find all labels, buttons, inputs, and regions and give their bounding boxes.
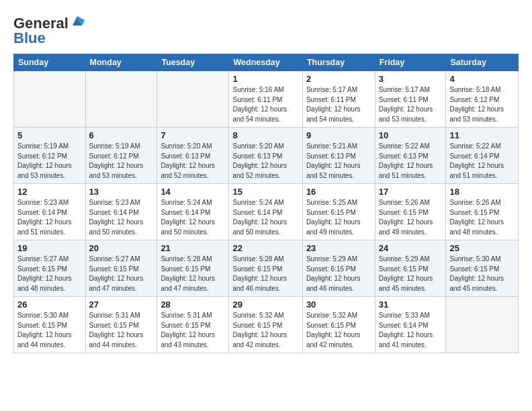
day-number: 17	[379, 187, 443, 197]
calendar-cell: 5Sunrise: 5:19 AMSunset: 6:12 PMDaylight…	[14, 128, 86, 184]
day-info: Sunrise: 5:19 AMSunset: 6:12 PMDaylight:…	[89, 142, 154, 181]
day-number: 29	[232, 300, 298, 310]
day-info: Sunrise: 5:23 AMSunset: 6:14 PMDaylight:…	[17, 198, 82, 237]
day-number: 21	[161, 243, 225, 253]
calendar-cell	[446, 297, 519, 353]
day-number: 23	[306, 243, 371, 253]
day-number: 11	[449, 130, 515, 140]
day-info: Sunrise: 5:29 AMSunset: 6:15 PMDaylight:…	[379, 255, 443, 293]
day-info: Sunrise: 5:28 AMSunset: 6:15 PMDaylight:…	[161, 255, 225, 293]
calendar-cell: 24Sunrise: 5:29 AMSunset: 6:15 PMDayligh…	[375, 240, 446, 297]
day-info: Sunrise: 5:30 AMSunset: 6:15 PMDaylight:…	[449, 255, 515, 293]
col-header-wednesday: Wednesday	[229, 54, 302, 71]
day-number: 19	[17, 243, 82, 253]
day-number: 10	[379, 130, 443, 140]
day-number: 27	[89, 300, 154, 310]
day-number: 22	[232, 243, 298, 253]
col-header-tuesday: Tuesday	[157, 54, 229, 71]
day-info: Sunrise: 5:16 AMSunset: 6:11 PMDaylight:…	[232, 85, 298, 124]
col-header-sunday: Sunday	[14, 54, 86, 71]
calendar-cell: 26Sunrise: 5:30 AMSunset: 6:15 PMDayligh…	[14, 297, 86, 353]
day-info: Sunrise: 5:17 AMSunset: 6:11 PMDaylight:…	[306, 85, 371, 124]
calendar-cell: 19Sunrise: 5:27 AMSunset: 6:15 PMDayligh…	[14, 240, 86, 297]
day-number: 26	[17, 300, 82, 310]
day-number: 31	[379, 300, 443, 310]
calendar-cell: 17Sunrise: 5:26 AMSunset: 6:15 PMDayligh…	[375, 184, 446, 240]
day-info: Sunrise: 5:33 AMSunset: 6:14 PMDaylight:…	[379, 311, 443, 350]
calendar-cell: 29Sunrise: 5:32 AMSunset: 6:15 PMDayligh…	[229, 297, 302, 353]
calendar-cell: 28Sunrise: 5:31 AMSunset: 6:15 PMDayligh…	[157, 297, 229, 353]
calendar-cell	[14, 71, 86, 128]
day-number: 13	[89, 187, 154, 197]
header: General Blue	[13, 12, 519, 47]
day-info: Sunrise: 5:26 AMSunset: 6:15 PMDaylight:…	[379, 198, 443, 237]
week-row-4: 19Sunrise: 5:27 AMSunset: 6:15 PMDayligh…	[14, 240, 519, 297]
day-info: Sunrise: 5:32 AMSunset: 6:15 PMDaylight:…	[306, 311, 371, 350]
calendar-cell: 2Sunrise: 5:17 AMSunset: 6:11 PMDaylight…	[302, 71, 375, 128]
day-info: Sunrise: 5:31 AMSunset: 6:15 PMDaylight:…	[161, 311, 225, 350]
day-info: Sunrise: 5:31 AMSunset: 6:15 PMDaylight:…	[89, 311, 154, 350]
calendar-cell: 18Sunrise: 5:26 AMSunset: 6:15 PMDayligh…	[446, 184, 519, 240]
day-number: 28	[161, 300, 225, 310]
day-number: 16	[306, 187, 371, 197]
day-number: 6	[89, 130, 154, 140]
page: General Blue SundayMondayTuesdayWednesda…	[0, 0, 532, 365]
calendar-cell	[157, 71, 229, 128]
calendar-cell: 14Sunrise: 5:24 AMSunset: 6:14 PMDayligh…	[157, 184, 229, 240]
day-info: Sunrise: 5:22 AMSunset: 6:13 PMDaylight:…	[379, 142, 443, 181]
day-info: Sunrise: 5:22 AMSunset: 6:14 PMDaylight:…	[449, 142, 515, 181]
calendar-cell: 6Sunrise: 5:19 AMSunset: 6:12 PMDaylight…	[85, 128, 157, 184]
day-info: Sunrise: 5:21 AMSunset: 6:13 PMDaylight:…	[306, 142, 371, 181]
col-header-monday: Monday	[85, 54, 157, 71]
calendar-cell: 25Sunrise: 5:30 AMSunset: 6:15 PMDayligh…	[446, 240, 519, 297]
day-number: 25	[449, 243, 515, 253]
col-header-saturday: Saturday	[446, 54, 519, 71]
day-number: 8	[232, 130, 298, 140]
calendar-cell: 3Sunrise: 5:17 AMSunset: 6:11 PMDaylight…	[375, 71, 446, 128]
calendar-cell: 11Sunrise: 5:22 AMSunset: 6:14 PMDayligh…	[446, 128, 519, 184]
week-row-1: 1Sunrise: 5:16 AMSunset: 6:11 PMDaylight…	[14, 71, 519, 128]
day-number: 18	[449, 187, 515, 197]
calendar-cell: 15Sunrise: 5:24 AMSunset: 6:14 PMDayligh…	[229, 184, 302, 240]
day-number: 30	[306, 300, 371, 310]
calendar-cell: 27Sunrise: 5:31 AMSunset: 6:15 PMDayligh…	[85, 297, 157, 353]
day-number: 15	[232, 187, 298, 197]
day-number: 4	[449, 74, 515, 84]
day-info: Sunrise: 5:24 AMSunset: 6:14 PMDaylight:…	[161, 198, 225, 237]
col-header-thursday: Thursday	[302, 54, 375, 71]
header-row: SundayMondayTuesdayWednesdayThursdayFrid…	[14, 54, 519, 71]
col-header-friday: Friday	[375, 54, 446, 71]
day-number: 1	[232, 74, 298, 84]
logo-text: General Blue	[13, 15, 85, 47]
week-row-5: 26Sunrise: 5:30 AMSunset: 6:15 PMDayligh…	[14, 297, 519, 353]
logo-icon	[70, 13, 85, 28]
day-number: 5	[17, 130, 82, 140]
day-info: Sunrise: 5:28 AMSunset: 6:15 PMDaylight:…	[232, 255, 298, 293]
calendar-cell: 20Sunrise: 5:27 AMSunset: 6:15 PMDayligh…	[85, 240, 157, 297]
calendar-cell: 30Sunrise: 5:32 AMSunset: 6:15 PMDayligh…	[302, 297, 375, 353]
calendar-cell: 13Sunrise: 5:23 AMSunset: 6:14 PMDayligh…	[85, 184, 157, 240]
day-info: Sunrise: 5:17 AMSunset: 6:11 PMDaylight:…	[379, 85, 443, 124]
logo: General Blue	[13, 15, 85, 47]
day-info: Sunrise: 5:27 AMSunset: 6:15 PMDaylight:…	[17, 255, 82, 293]
day-info: Sunrise: 5:19 AMSunset: 6:12 PMDaylight:…	[17, 142, 82, 181]
calendar-table: SundayMondayTuesdayWednesdayThursdayFrid…	[13, 54, 519, 353]
day-number: 20	[89, 243, 154, 253]
calendar-cell: 12Sunrise: 5:23 AMSunset: 6:14 PMDayligh…	[14, 184, 86, 240]
calendar-cell: 7Sunrise: 5:20 AMSunset: 6:13 PMDaylight…	[157, 128, 229, 184]
day-number: 3	[379, 74, 443, 84]
day-info: Sunrise: 5:20 AMSunset: 6:13 PMDaylight:…	[232, 142, 298, 181]
day-number: 24	[379, 243, 443, 253]
calendar-cell: 9Sunrise: 5:21 AMSunset: 6:13 PMDaylight…	[302, 128, 375, 184]
calendar-cell: 10Sunrise: 5:22 AMSunset: 6:13 PMDayligh…	[375, 128, 446, 184]
calendar-cell: 16Sunrise: 5:25 AMSunset: 6:15 PMDayligh…	[302, 184, 375, 240]
calendar-cell: 4Sunrise: 5:18 AMSunset: 6:12 PMDaylight…	[446, 71, 519, 128]
week-row-3: 12Sunrise: 5:23 AMSunset: 6:14 PMDayligh…	[14, 184, 519, 240]
calendar-cell: 8Sunrise: 5:20 AMSunset: 6:13 PMDaylight…	[229, 128, 302, 184]
day-info: Sunrise: 5:24 AMSunset: 6:14 PMDaylight:…	[232, 198, 298, 237]
calendar-cell: 23Sunrise: 5:29 AMSunset: 6:15 PMDayligh…	[302, 240, 375, 297]
day-number: 9	[306, 130, 371, 140]
calendar-cell: 31Sunrise: 5:33 AMSunset: 6:14 PMDayligh…	[375, 297, 446, 353]
day-number: 12	[17, 187, 82, 197]
day-info: Sunrise: 5:30 AMSunset: 6:15 PMDaylight:…	[17, 311, 82, 350]
